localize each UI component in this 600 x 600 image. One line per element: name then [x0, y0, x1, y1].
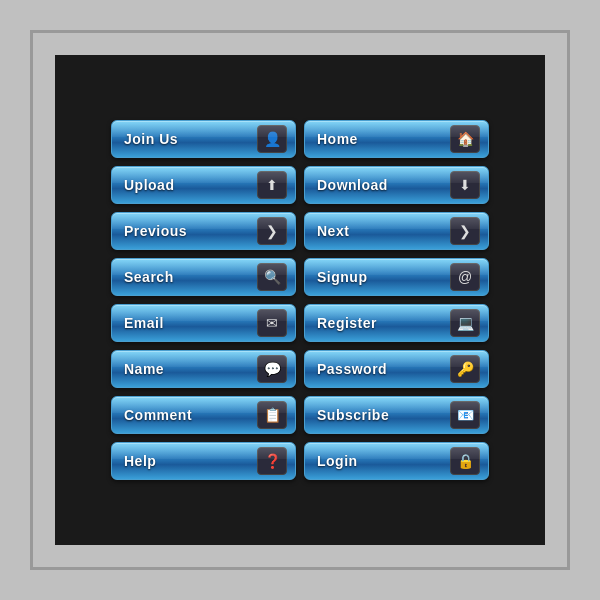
register-icon: 💻: [450, 309, 480, 337]
subscribe-button[interactable]: Subscribe📧: [304, 396, 489, 434]
name-label: Name: [124, 361, 164, 377]
name-icon: 💬: [257, 355, 287, 383]
next-icon: ❯: [450, 217, 480, 245]
password-button[interactable]: Password🔑: [304, 350, 489, 388]
login-label: Login: [317, 453, 358, 469]
previous-button[interactable]: Previous❯: [111, 212, 296, 250]
button-grid: Join Us👤Home🏠Upload⬆Download⬇Previous❯Ne…: [91, 100, 509, 500]
download-button[interactable]: Download⬇: [304, 166, 489, 204]
join-us-button[interactable]: Join Us👤: [111, 120, 296, 158]
search-label: Search: [124, 269, 174, 285]
search-button[interactable]: Search🔍: [111, 258, 296, 296]
help-label: Help: [124, 453, 156, 469]
upload-button[interactable]: Upload⬆: [111, 166, 296, 204]
previous-label: Previous: [124, 223, 187, 239]
comment-icon: 📋: [257, 401, 287, 429]
name-button[interactable]: Name💬: [111, 350, 296, 388]
previous-icon: ❯: [257, 217, 287, 245]
register-button[interactable]: Register💻: [304, 304, 489, 342]
signup-button[interactable]: Signup@: [304, 258, 489, 296]
next-label: Next: [317, 223, 349, 239]
join-us-icon: 👤: [257, 125, 287, 153]
password-label: Password: [317, 361, 387, 377]
help-icon: ❓: [257, 447, 287, 475]
signup-icon: @: [450, 263, 480, 291]
comment-label: Comment: [124, 407, 192, 423]
search-icon: 🔍: [257, 263, 287, 291]
register-label: Register: [317, 315, 377, 331]
inner-black: Join Us👤Home🏠Upload⬆Download⬇Previous❯Ne…: [55, 55, 545, 545]
password-icon: 🔑: [450, 355, 480, 383]
email-button[interactable]: Email✉: [111, 304, 296, 342]
home-label: Home: [317, 131, 358, 147]
download-icon: ⬇: [450, 171, 480, 199]
email-icon: ✉: [257, 309, 287, 337]
outer-frame: Join Us👤Home🏠Upload⬆Download⬇Previous❯Ne…: [30, 30, 570, 570]
upload-label: Upload: [124, 177, 174, 193]
login-button[interactable]: Login🔒: [304, 442, 489, 480]
email-label: Email: [124, 315, 164, 331]
subscribe-label: Subscribe: [317, 407, 389, 423]
comment-button[interactable]: Comment📋: [111, 396, 296, 434]
upload-icon: ⬆: [257, 171, 287, 199]
next-button[interactable]: Next❯: [304, 212, 489, 250]
subscribe-icon: 📧: [450, 401, 480, 429]
home-button[interactable]: Home🏠: [304, 120, 489, 158]
help-button[interactable]: Help❓: [111, 442, 296, 480]
download-label: Download: [317, 177, 388, 193]
login-icon: 🔒: [450, 447, 480, 475]
signup-label: Signup: [317, 269, 367, 285]
join-us-label: Join Us: [124, 131, 178, 147]
home-icon: 🏠: [450, 125, 480, 153]
